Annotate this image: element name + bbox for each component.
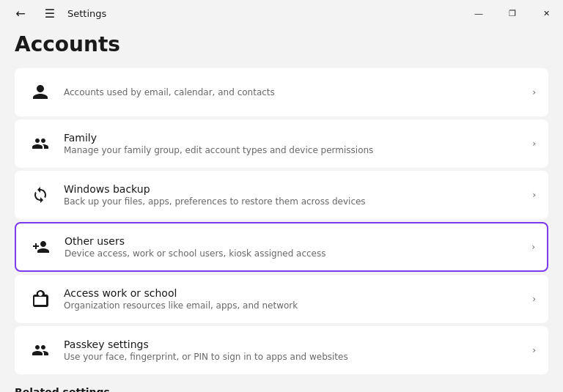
access-work-desc: Organization resources like email, apps,…: [64, 300, 526, 311]
email-accounts-text: Accounts used by email, calendar, and co…: [64, 87, 526, 97]
minimize-button[interactable]: —: [462, 0, 496, 26]
settings-item-family[interactable]: Family Manage your family group, edit ac…: [15, 119, 548, 168]
hamburger-menu[interactable]: ☰: [38, 1, 62, 25]
access-work-text: Access work or school Organization resou…: [64, 287, 526, 311]
email-icon: [27, 79, 54, 106]
window-controls: — ❐ ✕: [462, 0, 563, 26]
settings-item-other-users[interactable]: Other users Device access, work or schoo…: [15, 222, 548, 272]
main-content: Accounts Accounts used by email, calenda…: [0, 26, 563, 392]
back-button[interactable]: ←: [9, 1, 32, 25]
title-bar-left: ← ☰ Settings: [9, 1, 106, 25]
passkey-icon: [27, 337, 54, 363]
maximize-button[interactable]: ❐: [496, 0, 529, 26]
family-desc: Manage your family group, edit account t…: [64, 145, 526, 155]
passkey-label: Passkey settings: [64, 339, 526, 350]
family-icon: [27, 130, 54, 157]
backup-label: Windows backup: [64, 183, 526, 195]
settings-item-access-work[interactable]: Access work or school Organization resou…: [15, 275, 548, 323]
settings-item-windows-backup[interactable]: Windows backup Back up your files, apps,…: [15, 171, 548, 219]
family-text: Family Manage your family group, edit ac…: [64, 132, 526, 155]
other-users-desc: Device access, work or school users, kio…: [65, 248, 526, 259]
backup-text: Windows backup Back up your files, apps,…: [64, 183, 526, 207]
access-work-chevron: ›: [532, 294, 536, 304]
other-users-chevron: ›: [531, 242, 535, 252]
other-users-icon: [28, 234, 54, 260]
other-users-text: Other users Device access, work or schoo…: [65, 235, 526, 259]
passkey-chevron: ›: [532, 345, 536, 355]
email-accounts-chevron: ›: [532, 87, 536, 97]
settings-list: Accounts used by email, calendar, and co…: [15, 68, 548, 374]
passkey-text: Passkey settings Use your face, fingerpr…: [64, 339, 526, 362]
page-title: Accounts: [15, 26, 548, 56]
backup-desc: Back up your files, apps, preferences to…: [64, 196, 526, 207]
family-chevron: ›: [532, 138, 536, 149]
settings-item-passkey[interactable]: Passkey settings Use your face, fingerpr…: [15, 326, 548, 374]
backup-chevron: ›: [532, 190, 536, 200]
work-icon: [27, 286, 54, 312]
passkey-desc: Use your face, fingerprint, or PIN to si…: [64, 352, 526, 362]
email-accounts-desc: Accounts used by email, calendar, and co…: [64, 87, 526, 97]
title-bar: ← ☰ Settings — ❐ ✕: [0, 0, 563, 26]
backup-icon: [27, 182, 54, 208]
window-title: Settings: [67, 8, 106, 19]
other-users-label: Other users: [65, 235, 526, 247]
related-settings-heading: Related settings: [15, 386, 548, 392]
family-label: Family: [64, 132, 526, 144]
close-button[interactable]: ✕: [529, 0, 563, 26]
settings-item-email-accounts[interactable]: Accounts used by email, calendar, and co…: [15, 68, 548, 117]
access-work-label: Access work or school: [64, 287, 526, 299]
